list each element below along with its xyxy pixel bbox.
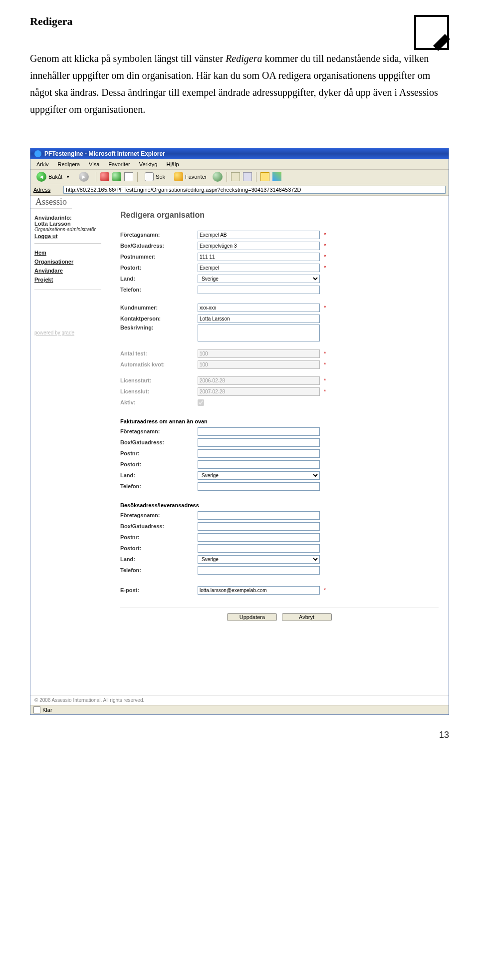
logout-link[interactable]: Logga ut [34,233,101,239]
folder-icon[interactable] [260,172,269,181]
history-icon[interactable] [213,172,223,182]
req-mark: * [324,361,326,367]
nav-hem[interactable]: Hem [34,250,101,256]
sidebar: Användarinfo: Lotta Larsson Organisation… [30,196,105,695]
input-vis-company[interactable] [198,511,320,520]
label-country: Land: [120,276,198,282]
label-active: Aktiv: [120,399,198,405]
back-button[interactable]: ◄Bakåt▼ [33,171,73,182]
req-mark: * [324,243,326,249]
address-input[interactable] [63,186,446,194]
input-inv-zip[interactable] [198,449,320,458]
label-contact: Kontaktperson: [120,316,198,322]
select-inv-country[interactable]: Sverige [198,471,320,480]
input-vis-phone[interactable] [198,566,320,575]
menu-favoriter[interactable]: Favoriter [104,160,134,168]
nav-organisationer[interactable]: Organisationer [34,259,101,265]
label-phone: Telefon: [120,287,198,293]
label-licend: Licensslut: [120,388,198,394]
forward-button: ► [76,171,92,182]
input-vis-city[interactable] [198,544,320,553]
cancel-button[interactable]: Avbryt [282,613,332,621]
print-icon[interactable] [243,172,252,181]
req-mark: * [324,254,326,260]
main-content: Redigera organisation Företagsnamn:* Box… [105,196,449,695]
req-mark: * [324,232,326,238]
page-number: 13 [30,730,449,740]
refresh-icon[interactable] [112,172,121,181]
para-em: Redigera [226,53,262,64]
ie-icon [34,150,41,157]
input-company[interactable] [198,231,320,239]
label-inv-city: Postort: [120,461,198,467]
edit-icon [414,15,449,50]
label-vis-street: Box/Gatuadress: [120,523,198,529]
label-zip: Postnummer: [120,254,198,260]
nav-anvandare[interactable]: Användare [34,268,101,274]
mail-icon[interactable] [231,172,240,181]
label-inv-company: Företagsnamn: [120,428,198,434]
menu-redigera[interactable]: Redigera [53,160,84,168]
input-city[interactable] [198,264,320,272]
window-titlebar: PFTestengine - Microsoft Internet Explor… [30,148,449,159]
messenger-icon[interactable] [272,172,281,181]
input-vis-street[interactable] [198,522,320,531]
label-vis-company: Företagsnamn: [120,512,198,518]
doc-heading: Redigera [30,15,73,28]
section-visit: Besöksadress/leveransadress [120,502,439,508]
input-email[interactable] [198,586,320,595]
label-company: Företagsnamn: [120,232,198,238]
label-quota: Automatisk kvot: [120,361,198,367]
input-desc[interactable] [198,325,320,341]
input-contact[interactable] [198,315,320,323]
favorites-button[interactable]: Favoriter [171,172,210,182]
input-custno[interactable] [198,304,320,312]
user-name: Lotta Larsson [34,221,101,227]
label-vis-country: Land: [120,556,198,562]
label-inv-country: Land: [120,472,198,478]
input-inv-company[interactable] [198,427,320,436]
input-inv-street[interactable] [198,438,320,447]
req-mark: * [324,350,326,356]
input-vis-zip[interactable] [198,533,320,542]
label-licstart: Licensstart: [120,377,198,383]
powered-by: powered by grade [34,330,101,335]
nav-projekt[interactable]: Projekt [34,277,101,283]
home-icon[interactable] [124,172,133,181]
label-email: E-post: [120,587,198,593]
select-vis-country[interactable]: Sverige [198,555,320,564]
menu-arkiv[interactable]: Arkiv [32,160,52,168]
toolbar: ◄Bakåt▼ ► Sök Favoriter [30,170,449,184]
req-mark: * [324,587,326,593]
stop-icon[interactable] [100,172,109,181]
input-street[interactable] [198,242,320,250]
window-title: PFTestengine - Microsoft Internet Explor… [44,150,165,157]
req-mark: * [324,265,326,271]
brand-logo: Assessio [30,196,72,209]
menu-visa[interactable]: Visa [85,160,103,168]
address-label: Adress [33,187,50,193]
page-icon [33,706,40,713]
menu-hjalp[interactable]: Hjälp [162,160,183,168]
label-street: Box/Gatuadress: [120,243,198,249]
input-licend [198,387,320,396]
input-zip[interactable] [198,253,320,261]
input-inv-phone[interactable] [198,482,320,491]
menu-verktyg[interactable]: Verktyg [135,160,162,168]
select-country[interactable]: Sverige [198,275,320,283]
input-licstart [198,376,320,385]
checkbox-active [198,399,204,406]
ie-window: PFTestengine - Microsoft Internet Explor… [30,148,449,715]
label-ntest: Antal test: [120,350,198,356]
button-row: Uppdatera Avbryt [120,608,439,626]
input-phone[interactable] [198,286,320,294]
label-inv-phone: Telefon: [120,483,198,489]
label-desc: Beskrivning: [120,325,198,330]
label-vis-zip: Postnr: [120,534,198,540]
search-button[interactable]: Sök [142,172,168,182]
input-inv-city[interactable] [198,460,320,469]
page-icon [53,186,60,193]
update-button[interactable]: Uppdatera [227,613,277,621]
para-pre: Genom att klicka på symbolen längst till… [30,53,226,64]
label-inv-street: Box/Gatuadress: [120,439,198,445]
